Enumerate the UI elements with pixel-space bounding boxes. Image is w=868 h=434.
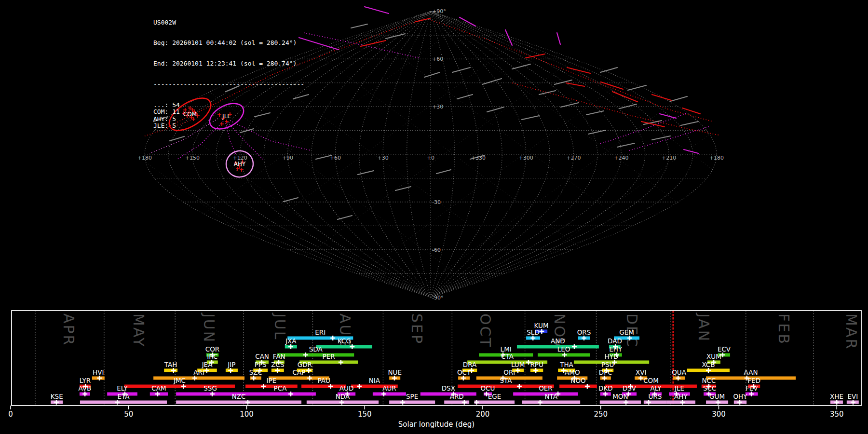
- shower-code: RPU: [530, 361, 543, 368]
- x-tick-label: 150: [358, 410, 372, 419]
- shower-JIP: JIP: [226, 361, 238, 373]
- shower-code: FEV: [746, 384, 758, 392]
- shower-code: ETA: [118, 393, 130, 400]
- shower-QUA: QUA: [672, 368, 687, 380]
- shower-code: SZC: [249, 368, 262, 376]
- shower-code: XVI: [636, 368, 646, 376]
- shower-XCB: XCB: [687, 361, 730, 373]
- shower-code: ERI: [315, 328, 326, 336]
- month-label: MAR: [843, 313, 860, 350]
- shower-code: JEA: [202, 361, 213, 368]
- svg-text:+240: +240: [614, 155, 628, 161]
- svg-text:+90°: +90°: [432, 8, 446, 14]
- svg-text:-60: -60: [432, 247, 441, 253]
- shower-code: MON: [612, 393, 628, 400]
- shower-code: ORS: [577, 328, 591, 336]
- shower-code: SPE: [406, 393, 418, 400]
- svg-text:+60: +60: [330, 155, 341, 161]
- x-tick-label: 50: [124, 410, 133, 419]
- svg-text:+0: +0: [427, 155, 434, 161]
- info-divider: ----------------------------------------: [153, 81, 304, 88]
- sky-radiant-map: COMJLEAHY+180+150+120+90+60+30+0+330+300…: [0, 0, 868, 309]
- x-tick-label: 100: [240, 410, 254, 419]
- shower-code: CAP: [292, 368, 305, 376]
- month-label: MAY: [130, 313, 147, 348]
- shower-code: ZCS: [271, 361, 284, 368]
- shower-code: PAU: [317, 377, 330, 384]
- shower-URS: URS: [644, 393, 666, 405]
- shower-code: ARD: [450, 393, 464, 400]
- shower-SLD: SLD: [526, 328, 540, 340]
- shower-code: HVI: [93, 368, 104, 376]
- shower-DPC: DPC: [599, 368, 612, 380]
- x-tick-label: 350: [830, 410, 844, 419]
- x-tick-label: 250: [594, 410, 608, 419]
- shower-code: CAM: [151, 384, 166, 392]
- shower-code: XHE: [830, 393, 843, 400]
- shower-code: NIA: [369, 377, 380, 384]
- shower-code: PER: [323, 353, 335, 360]
- shower-code: XCB: [702, 361, 715, 368]
- shower-code: PSU: [601, 361, 614, 368]
- shower-code: NTA: [544, 393, 557, 400]
- shower-code: PPS: [255, 361, 267, 368]
- shower-code: OCU: [481, 384, 495, 392]
- month-label: JUN: [201, 312, 217, 343]
- shower-code: URS: [648, 393, 662, 400]
- shower-code: PCA: [274, 384, 287, 392]
- shower-code: IPE: [267, 377, 277, 384]
- shower-code: FED: [747, 377, 760, 384]
- x-axis-title: Solar longitude (deg): [398, 420, 475, 429]
- shower-code: ECV: [718, 345, 731, 353]
- current-sol-marker: [672, 311, 673, 406]
- svg-text:+180: +180: [137, 155, 152, 161]
- count-row: COM: 11: [153, 108, 304, 115]
- shower-code: STA: [500, 377, 512, 384]
- svg-text:+30: +30: [432, 104, 443, 110]
- shower-code: LUM: [511, 361, 525, 368]
- month-label: APR: [60, 313, 77, 346]
- x-tick-label: 200: [476, 410, 490, 419]
- shower-code: ALY: [650, 384, 662, 392]
- month-label: JUL: [271, 312, 288, 341]
- shower-code: NCC: [702, 377, 716, 384]
- shower-code: ELY: [117, 384, 128, 392]
- shower-AVB: AVB: [78, 384, 91, 396]
- shower-code: XUM: [706, 353, 721, 360]
- shower-code: DRA: [463, 361, 477, 368]
- shower-TAH: TAH: [164, 361, 177, 373]
- shower-code: OCT: [457, 368, 471, 376]
- shower-code: THA: [559, 361, 573, 368]
- x-axis: 050100150200250300350Solar longitude (de…: [8, 406, 843, 429]
- shower-code: LMI: [501, 345, 512, 353]
- shower-CAM: CAM: [150, 384, 168, 396]
- shower-code: EGE: [488, 393, 502, 400]
- shower-code: LEO: [557, 345, 570, 353]
- shower-SZC: SZC: [249, 368, 262, 380]
- shower-code: SDA: [309, 345, 323, 353]
- observation-info-block: US002W Beg: 20260101 00:44:02 (sol = 280…: [153, 5, 304, 143]
- shower-KSE: KSE: [51, 393, 63, 405]
- shower-code: EVI: [847, 393, 858, 400]
- shower-code: AAN: [744, 368, 758, 376]
- shower-bars: KUMERISLDORSGEMJXAKCGANDDADCORSDALMILEOE…: [51, 322, 859, 405]
- shower-EVI: EVI: [847, 393, 859, 405]
- shower-code: IRC: [207, 353, 217, 360]
- end-time: End: 20260101 12:23:41 (sol = 280.74°): [153, 60, 304, 67]
- shower-FEV: FEV: [746, 384, 759, 396]
- meteor-counts: ...: 54COM: 11AHY: 5JLE: 5: [153, 102, 304, 129]
- shower-code: JLE: [674, 384, 684, 392]
- begin-time: Beg: 20260101 00:44:02 (sol = 280.24°): [153, 40, 304, 46]
- shower-code: ORI: [503, 368, 515, 376]
- count-row: ...: 54: [153, 102, 304, 108]
- shower-NUE: NUE: [388, 368, 402, 380]
- shower-XHE: XHE: [830, 393, 843, 405]
- shower-code: AUD: [339, 384, 354, 392]
- shower-JXA: JXA: [285, 337, 297, 349]
- shower-code: GUM: [709, 393, 725, 400]
- svg-text:+90: +90: [282, 155, 293, 161]
- shower-code: EHY: [609, 345, 623, 353]
- month-label: JAN: [695, 312, 712, 342]
- shower-code: QUA: [672, 368, 687, 376]
- shower-code: CTA: [501, 353, 514, 360]
